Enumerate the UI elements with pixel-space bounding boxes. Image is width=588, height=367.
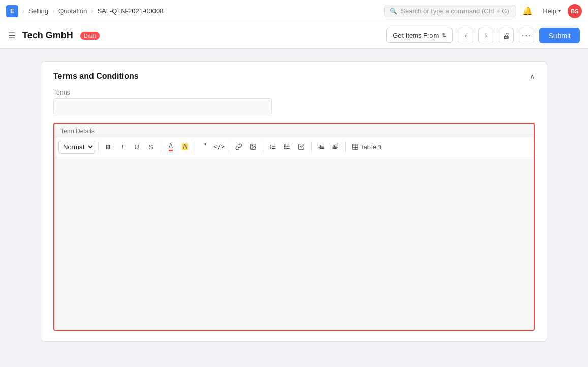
image-button[interactable] bbox=[246, 140, 260, 154]
help-label: Help bbox=[543, 7, 556, 15]
svg-point-8 bbox=[284, 145, 285, 146]
next-button[interactable]: › bbox=[478, 28, 493, 43]
get-items-from-button[interactable]: Get Items From ⇅ bbox=[386, 28, 453, 43]
font-color-button[interactable]: A bbox=[164, 140, 177, 154]
help-menu[interactable]: Help ▾ bbox=[539, 5, 565, 17]
submit-button[interactable]: Submit bbox=[539, 28, 580, 43]
terms-field: Terms bbox=[53, 89, 535, 114]
format-select[interactable]: Normal bbox=[58, 141, 95, 154]
link-button[interactable] bbox=[232, 140, 245, 154]
print-button[interactable]: 🖨 bbox=[499, 28, 514, 43]
section-title: Terms and Conditions bbox=[53, 72, 139, 81]
strikethrough-button[interactable]: S bbox=[144, 140, 158, 154]
editor-label: Term Details bbox=[54, 124, 534, 137]
terms-input[interactable] bbox=[53, 98, 272, 114]
terms-field-label: Terms bbox=[53, 89, 535, 96]
svg-point-1 bbox=[252, 145, 253, 146]
bold-button[interactable]: B bbox=[102, 140, 115, 154]
blockquote-button[interactable]: " bbox=[198, 140, 211, 154]
table-button[interactable]: Table ⇅ bbox=[349, 142, 385, 152]
breadcrumb-current: SAL-QTN-2021-00008 bbox=[97, 7, 163, 15]
collapse-icon[interactable]: ∧ bbox=[530, 72, 535, 80]
editor-body[interactable] bbox=[54, 157, 534, 330]
get-items-label: Get Items From bbox=[393, 32, 439, 39]
search-box[interactable]: 🔍 Search or type a command (Ctrl + G) bbox=[384, 5, 516, 17]
get-items-arrow-icon: ⇅ bbox=[442, 32, 446, 39]
document-title: Tech GmbH bbox=[22, 30, 73, 41]
toolbar-divider-7 bbox=[345, 142, 346, 152]
hamburger-menu-icon[interactable]: ☰ bbox=[8, 30, 15, 40]
breadcrumb-quotation[interactable]: Quotation bbox=[58, 7, 87, 15]
search-icon: 🔍 bbox=[390, 8, 397, 15]
search-placeholder: Search or type a command (Ctrl + G) bbox=[400, 7, 509, 15]
indent-button[interactable] bbox=[329, 140, 342, 154]
more-options-button[interactable]: ··· bbox=[519, 28, 534, 43]
breadcrumb-sep-1: › bbox=[22, 8, 24, 15]
highlight-button[interactable]: A bbox=[178, 140, 192, 154]
toolbar-divider-3 bbox=[195, 142, 195, 152]
editor-toolbar: Normal Normal B I U S A A " </> bbox=[54, 137, 534, 157]
svg-point-10 bbox=[284, 148, 285, 149]
breadcrumb-sep-2: › bbox=[52, 8, 54, 15]
svg-point-9 bbox=[284, 146, 285, 147]
ordered-list-button[interactable] bbox=[266, 140, 280, 154]
breadcrumb-selling[interactable]: Selling bbox=[28, 7, 48, 15]
section-header: Terms and Conditions ∧ bbox=[53, 72, 535, 81]
main-content: Terms and Conditions ∧ Terms Term Detail… bbox=[0, 49, 588, 367]
toolbar-divider-1 bbox=[98, 142, 99, 152]
toolbar-divider-2 bbox=[161, 142, 161, 152]
terms-card: Terms and Conditions ∧ Terms Term Detail… bbox=[41, 61, 547, 342]
secondary-toolbar: ☰ Tech GmbH Draft Get Items From ⇅ ‹ › 🖨… bbox=[0, 22, 588, 49]
table-dropdown-icon: ⇅ bbox=[378, 144, 382, 150]
status-badge: Draft bbox=[80, 32, 100, 40]
underline-button[interactable]: U bbox=[130, 140, 143, 154]
notifications-bell[interactable]: 🔔 bbox=[519, 3, 536, 19]
user-avatar[interactable]: BS bbox=[568, 4, 582, 18]
checklist-button[interactable] bbox=[295, 140, 308, 154]
toolbar-divider-5 bbox=[263, 142, 263, 152]
navbar: E › Selling › Quotation › SAL-QTN-2021-0… bbox=[0, 0, 588, 22]
table-label: Table bbox=[360, 143, 376, 151]
toolbar-divider-6 bbox=[311, 142, 312, 152]
toolbar-divider-4 bbox=[229, 142, 229, 152]
code-button[interactable]: </> bbox=[212, 140, 226, 154]
app-icon[interactable]: E bbox=[6, 5, 18, 17]
term-details-editor: Term Details Normal Normal B I U S A A bbox=[53, 123, 535, 331]
help-chevron-icon: ▾ bbox=[558, 8, 561, 14]
outdent-button[interactable] bbox=[315, 140, 328, 154]
prev-button[interactable]: ‹ bbox=[458, 28, 473, 43]
breadcrumb-sep-3: › bbox=[91, 8, 93, 15]
unordered-list-button[interactable] bbox=[281, 140, 294, 154]
italic-button[interactable]: I bbox=[116, 140, 129, 154]
